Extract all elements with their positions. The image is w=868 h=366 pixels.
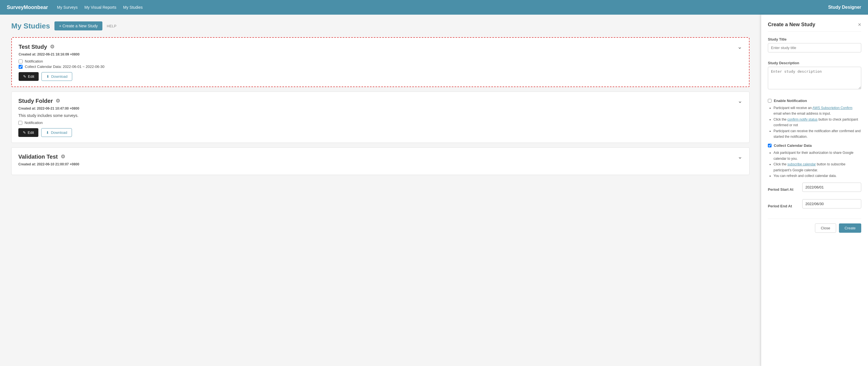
notification-checkbox-row: Notification	[19, 59, 742, 63]
edit-button-2[interactable]: ✎ Edit	[18, 128, 38, 137]
period-start-label: Period Start At	[768, 187, 799, 192]
study-card-header-2: Study Folder ⚙ ⌄	[18, 98, 742, 104]
study-card-test-study: Test Study ⚙ ⌄ Created at: 2022-06-21 18…	[11, 37, 749, 87]
period-start-input[interactable]	[802, 182, 861, 192]
study-title-section: Study Title	[768, 37, 861, 57]
gear-icon[interactable]: ⚙	[50, 44, 55, 50]
aws-confirm-link[interactable]: AWS Subscription Confirm	[812, 106, 852, 110]
nav-my-surveys[interactable]: My Surveys	[57, 5, 78, 9]
study-description-2: This study includes some surveys.	[18, 113, 742, 118]
period-start-row: Period Start At	[768, 182, 861, 196]
collect-calendar-label: Collect Calendar Data	[774, 143, 812, 147]
modal-close-button[interactable]: ×	[858, 22, 861, 28]
study-description-section: Study Description	[768, 61, 861, 95]
notification-info-list: Participant will receive an AWS Subscrip…	[768, 105, 861, 139]
brand-logo: SurveyMoonbear	[7, 4, 48, 10]
header: SurveyMoonbear My Surveys My Visual Repo…	[0, 0, 868, 15]
gear-icon-2[interactable]: ⚙	[56, 98, 60, 104]
download-label: Download	[51, 74, 67, 78]
studies-title: My Studies	[11, 22, 50, 30]
download-label-2: Download	[51, 130, 67, 135]
modal-header: Create a New Study ×	[768, 22, 861, 32]
study-card-title-2: Study Folder ⚙	[18, 98, 60, 104]
study-meta-3: Created at: 2022-06-10 21:00:07 +0800	[18, 162, 742, 166]
chevron-down-icon-2[interactable]: ⌄	[738, 98, 742, 104]
calendar-info-2: Click the subscribe calendar button to s…	[774, 161, 861, 173]
notification-checkbox[interactable]	[19, 60, 23, 63]
download-button[interactable]: ⬇ Download	[41, 72, 72, 81]
create-study-modal: Create a New Study × Study Title Study D…	[761, 15, 868, 366]
notification-info-3: Participant can receive the notification…	[774, 128, 861, 140]
studies-header: My Studies + Create a New Study HELP	[11, 22, 749, 30]
notification-label: Notification	[25, 59, 43, 63]
period-end-input[interactable]	[802, 199, 861, 208]
study-description-input[interactable]	[768, 67, 861, 89]
study-title-text-2: Study Folder	[18, 98, 53, 104]
study-card-validation-test: Validation Test ⚙ ⌄ Created at: 2022-06-…	[11, 147, 749, 175]
study-actions: ✎ Edit ⬇ Download	[19, 72, 742, 81]
download-button-2[interactable]: ⬇ Download	[41, 128, 72, 137]
edit-label: Edit	[28, 74, 34, 78]
section-label: Study Designer	[828, 5, 861, 10]
edit-label-2: Edit	[28, 130, 34, 135]
calendar-checkbox[interactable]	[19, 65, 23, 69]
study-card-title: Test Study ⚙	[19, 44, 55, 50]
chevron-down-icon-3[interactable]: ⌄	[738, 153, 742, 160]
study-title-label: Study Title	[768, 37, 861, 41]
modal-footer: Close Create	[768, 219, 861, 233]
period-end-row: Period End At	[768, 199, 861, 213]
enable-notification-checkbox[interactable]	[768, 99, 772, 103]
close-button[interactable]: Close	[815, 224, 836, 233]
studies-panel: My Studies + Create a New Study HELP Tes…	[0, 15, 761, 366]
collect-calendar-checkbox[interactable]	[768, 144, 772, 147]
main-layout: My Studies + Create a New Study HELP Tes…	[0, 15, 868, 366]
help-link[interactable]: HELP	[107, 24, 117, 28]
subscribe-calendar-link[interactable]: subscribe calendar	[787, 162, 816, 166]
study-card-study-folder: Study Folder ⚙ ⌄ Created at: 2022-06-21 …	[11, 92, 749, 143]
edit-icon-2: ✎	[23, 130, 26, 135]
study-card-header: Test Study ⚙ ⌄	[19, 43, 742, 50]
collect-calendar-row: Collect Calendar Data	[768, 143, 861, 147]
study-actions-2: ✎ Edit ⬇ Download	[18, 128, 742, 137]
study-card-title-3: Validation Test ⚙	[18, 154, 65, 160]
calendar-checkbox-row: Collect Calendar Data: 2022-06-01 ~ 2022…	[19, 65, 742, 69]
study-meta-2: Created at: 2022-06-21 10:47:00 +0800	[18, 106, 742, 110]
calendar-info-3: You can refresh and collect calendar dat…	[774, 173, 861, 179]
create-new-study-button[interactable]: + Create a New Study	[55, 22, 102, 30]
study-title-text-3: Validation Test	[18, 154, 58, 160]
create-button[interactable]: Create	[839, 224, 861, 233]
confirm-notify-link[interactable]: confirm notify status	[787, 118, 817, 122]
collect-calendar-section: Collect Calendar Data Ask participant fo…	[768, 143, 861, 179]
studies-container: Test Study ⚙ ⌄ Created at: 2022-06-21 18…	[11, 37, 749, 175]
download-icon: ⬇	[46, 74, 50, 78]
modal-title: Create a New Study	[768, 22, 815, 28]
notification-label-2: Notification	[25, 121, 42, 125]
enable-notification-label: Enable Notification	[774, 99, 807, 103]
study-description-label: Study Description	[768, 61, 861, 65]
edit-button[interactable]: ✎ Edit	[19, 72, 39, 81]
period-end-label: Period End At	[768, 204, 799, 208]
calendar-info-list: Ask participant for their authorization …	[768, 150, 861, 179]
download-icon-2: ⬇	[46, 130, 49, 135]
nav-my-visual-reports[interactable]: My Visual Reports	[84, 5, 116, 9]
calendar-label: Collect Calendar Data: 2022-06-01 ~ 2022…	[25, 65, 104, 69]
study-meta: Created at: 2022-06-21 18:16:09 +0800	[19, 53, 742, 56]
nav-my-studies[interactable]: My Studies	[123, 5, 143, 9]
main-nav: My Surveys My Visual Reports My Studies	[57, 5, 828, 9]
notification-info-2: Click the confirm notify status button t…	[774, 117, 861, 128]
notification-checkbox-row-2: Notification	[18, 121, 742, 125]
gear-icon-3[interactable]: ⚙	[61, 154, 65, 160]
notification-info-1: Participant will receive an AWS Subscrip…	[774, 105, 861, 117]
enable-notification-section: Enable Notification Participant will rec…	[768, 99, 861, 139]
study-title-text: Test Study	[19, 44, 47, 50]
notification-checkbox-2[interactable]	[18, 121, 22, 125]
calendar-info-1: Ask participant for their authorization …	[774, 150, 861, 161]
edit-icon: ✎	[23, 74, 26, 78]
study-card-header-3: Validation Test ⚙ ⌄	[18, 153, 742, 160]
study-title-input[interactable]	[768, 43, 861, 53]
enable-notification-row: Enable Notification	[768, 99, 861, 103]
chevron-down-icon[interactable]: ⌄	[737, 43, 742, 50]
